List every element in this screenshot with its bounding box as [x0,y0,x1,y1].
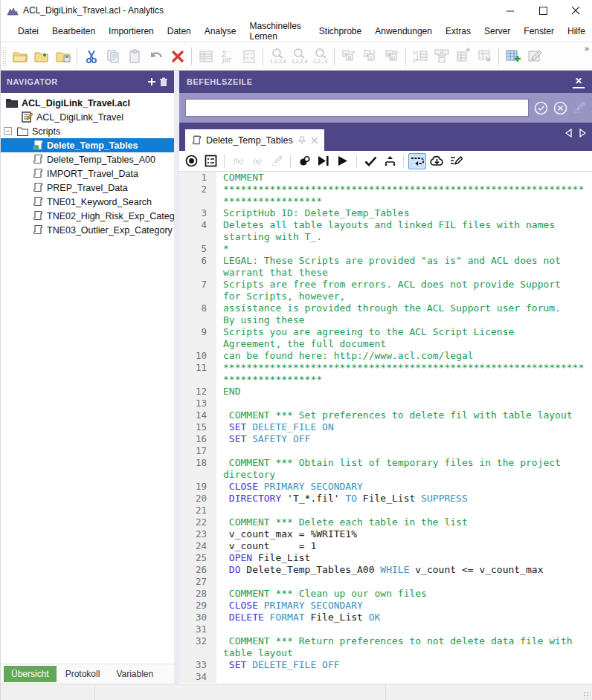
code-line[interactable]: 23 v_count_max = %WRITE1% [179,528,592,540]
extract-icon[interactable] [474,46,495,66]
run-command-icon[interactable] [534,101,548,115]
menu-importieren[interactable]: Importieren [102,22,161,40]
code-line[interactable]: 22 COMMENT *** Delete each table in the … [179,516,592,528]
toolbar-grip[interactable] [2,47,6,66]
tree-script-item[interactable]: IMPORT_Travel_Data [1,166,174,181]
statistics-icon[interactable]: Σμσ [217,46,237,66]
code-line[interactable]: 8assistance is provided through the ACL … [179,302,592,314]
validate-icon[interactable] [361,153,379,169]
code-line[interactable]: 30 DELETE FORMAT File_List OK [179,612,592,623]
code-line[interactable]: 31 [179,623,592,635]
tab-scroll-right-icon[interactable] [579,129,586,137]
verify-icon[interactable] [239,46,259,66]
code-line[interactable]: 9Scripts you are agreeing to the ACL Scr… [179,326,592,338]
tree-script-item[interactable]: PREP_Travel_Data [1,181,174,195]
tree-script-item[interactable]: TNE01_Keyword_Search [1,195,174,209]
code-line[interactable]: 11**************************************… [179,362,592,374]
close-button[interactable] [559,0,592,21]
cut-icon[interactable] [81,46,101,66]
code-line[interactable]: 1COMMENT [179,172,592,184]
edit-expression-icon[interactable] [268,153,286,169]
panel-splitter[interactable] [174,71,179,684]
tree-script-item-selected[interactable]: Delete_Temp_Tables [1,138,174,152]
close-tab-icon[interactable] [311,137,318,144]
classify-icon[interactable]: AB% [338,46,358,66]
save-project-icon[interactable] [53,46,73,66]
menu-anwendungen[interactable]: Anwendungen [368,22,439,40]
new-project-icon[interactable] [31,46,51,66]
download-cloud-icon[interactable] [428,153,445,169]
code-line[interactable]: 6LEGAL: These Scripts are provided "as i… [179,255,592,267]
script-tab[interactable]: Delete_Temp_Tables [185,129,324,151]
paste-icon[interactable] [124,46,144,66]
search-sequence-icon[interactable]: 1,3,2,4 [267,46,287,66]
append-icon[interactable] [453,46,473,66]
minimize-button[interactable] [494,0,527,21]
x-variable-icon[interactable]: (x) [248,153,266,169]
word-wrap-icon[interactable] [408,153,426,169]
code-line[interactable]: 10can be found here: http://www.acl.com/… [179,350,592,362]
code-line[interactable]: 32 COMMENT *** Return preferences to not… [179,635,592,647]
menu-daten[interactable]: Daten [161,22,198,40]
code-line[interactable]: warrant that these [179,267,592,279]
code-line[interactable]: 16 SET SAFETY OFF [179,433,592,445]
tab-variablen[interactable]: Variablen [109,666,161,682]
code-line[interactable]: Agreement, the full document [179,338,592,350]
menu-hilfe[interactable]: Hilfe [561,22,592,40]
new-table-icon[interactable] [503,46,523,66]
tab-protokoll[interactable]: Protokoll [58,666,108,682]
code-line[interactable]: 34 [179,671,592,683]
stratify-icon[interactable]: 123 [360,46,380,66]
tree-script-item[interactable]: TNE02_High_Risk_Exp_Category [1,209,174,223]
record-icon[interactable] [182,153,200,169]
syntax-check-icon[interactable] [295,153,313,169]
menu-bearbeiten[interactable]: Bearbeiten [45,22,102,40]
command-input[interactable] [185,99,529,117]
sort-icon[interactable]: AZ [410,46,430,66]
code-line[interactable]: 25 OPEN File_List [179,552,592,564]
code-line[interactable]: 14 COMMENT *** Set preferences to delete… [179,409,592,421]
tree-log-item[interactable]: ACL_DigiLink_Travel [1,110,174,124]
menu-fenster[interactable]: Fenster [517,22,561,40]
clear-command-icon[interactable] [553,101,567,115]
command-close-icon[interactable]: ✕ [573,76,585,88]
tree-script-item[interactable]: TNE03_Outlier_Exp_Category [1,223,174,237]
code-line[interactable]: for Scripts, however, [179,291,592,302]
toolbar-overflow-chevron[interactable]: » [585,42,589,53]
trash-icon[interactable] [159,77,168,87]
pin-tab-icon[interactable] [297,136,306,145]
edit-table-icon[interactable] [524,46,544,66]
tab-scroll-left-icon[interactable] [565,129,572,137]
copy-icon[interactable] [103,46,123,66]
collapse-expander-icon[interactable]: − [4,127,12,135]
menu-analyse[interactable]: Analyse [198,22,243,40]
step-icon[interactable] [315,153,332,169]
tab-uebersicht[interactable]: Übersicht [4,666,57,682]
search-gaps-icon[interactable]: 1,2,.,4 [310,46,330,66]
code-line[interactable]: 2***************************************… [179,184,592,195]
script-editor[interactable]: 1COMMENT2*******************************… [179,172,592,684]
menu-server[interactable]: Server [477,22,517,40]
delete-icon[interactable] [167,46,187,66]
code-line[interactable]: table layout [179,647,592,659]
open-project-icon[interactable] [10,46,30,66]
code-line[interactable]: 19 CLOSE PRIMARY SECONDARY [179,481,592,493]
code-line[interactable]: directory [179,469,592,481]
code-line[interactable]: 28 COMMENT *** Clean up our own files [179,588,592,600]
code-line[interactable]: 4Deletes all table layouts and linked FI… [179,219,592,231]
edit-script-icon[interactable] [447,153,465,169]
tree-project-root[interactable]: ACL_DigiLink_Travel.acl [1,96,174,110]
age-icon[interactable]: 306090 [382,46,402,66]
code-line[interactable]: 29 CLOSE PRIMARY SECONDARY [179,600,592,612]
code-line[interactable]: ***************** [179,374,592,386]
code-line[interactable]: 12END [179,386,592,398]
code-line[interactable]: 15 SET DELETE_FILE ON [179,421,592,433]
code-line[interactable]: starting with T_. [179,231,592,243]
add-item-icon[interactable] [147,77,156,86]
table-layout-icon[interactable] [196,46,216,66]
search-duplicates-icon[interactable]: 1,2,2,4 [289,46,309,66]
menu-stichprobe[interactable]: Stichprobe [312,22,368,40]
code-line[interactable]: 27 [179,576,592,588]
tree-scripts-folder[interactable]: − Scripts [1,124,174,138]
branch-icon[interactable] [381,153,399,169]
